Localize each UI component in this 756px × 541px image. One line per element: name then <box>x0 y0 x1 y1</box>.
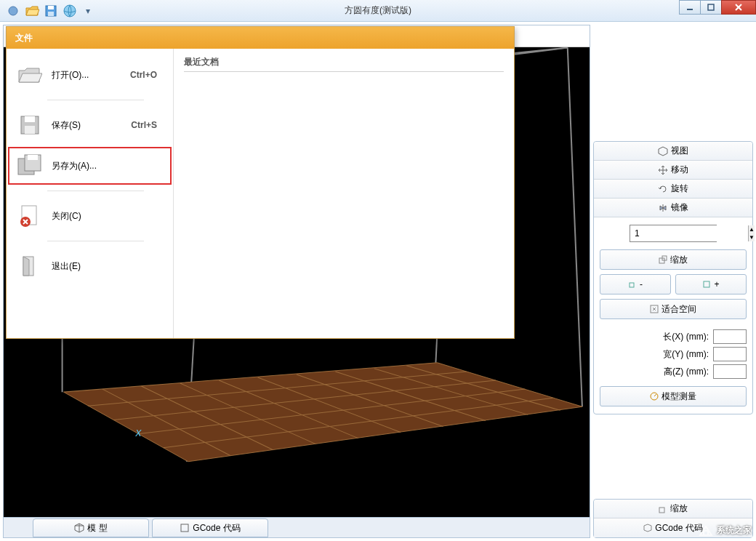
menu-item-close[interactable]: 关闭(C) <box>7 196 173 236</box>
menu-item-save-as[interactable]: 另存为(A)... <box>7 145 173 186</box>
menu-exit-label: 退出(E) <box>52 260 81 273</box>
dim-x-label: 长(X) (mm): <box>663 331 709 343</box>
open-folder-icon[interactable] <box>25 4 39 18</box>
svg-point-0 <box>9 7 17 15</box>
scale-inc-icon <box>702 280 711 289</box>
scale-dec-button[interactable]: - <box>600 274 671 294</box>
tab-model[interactable]: 模 型 <box>33 518 149 537</box>
svg-line-42 <box>654 394 656 396</box>
mirror-icon <box>658 203 668 213</box>
svg-rect-35 <box>181 524 188 532</box>
side-tab-move-label: 移动 <box>671 164 688 176</box>
svg-rect-46 <box>25 126 35 134</box>
maximize-button[interactable] <box>700 0 722 15</box>
side-tab-rotate[interactable]: 旋转 <box>594 180 752 199</box>
save-icon[interactable] <box>44 4 58 18</box>
svg-rect-39 <box>704 281 709 287</box>
spinner-up[interactable]: ▲ <box>749 225 755 233</box>
file-menu-items: 打开(O)...Ctrl+O 保存(S)Ctrl+S 另存为(A)... 关闭(… <box>7 49 174 338</box>
svg-rect-43 <box>659 508 664 513</box>
side-tab-view-label: 视图 <box>671 145 688 157</box>
scale-input[interactable] <box>630 225 748 241</box>
side-bottom-tab-scale[interactable]: 缩放 <box>594 500 752 518</box>
menu-saveas-label: 另存为(A)... <box>52 160 97 172</box>
save-as-icon <box>17 153 43 179</box>
menu-item-save[interactable]: 保存(S)Ctrl+S <box>7 105 173 145</box>
menu-item-open[interactable]: 打开(O)...Ctrl+O <box>7 55 173 95</box>
svg-rect-49 <box>28 155 38 160</box>
menu-save-label: 保存(S) <box>52 119 81 132</box>
window-title: 方圆有度(测试版) <box>345 4 411 17</box>
side-panel: 视图 移动 旋转 镜像 ▲ ▼ <box>593 25 753 538</box>
measure-button-label: 模型测量 <box>662 390 696 403</box>
scale-button[interactable]: 缩放 <box>600 249 747 270</box>
dim-x-input[interactable] <box>713 329 747 344</box>
file-menu: 文件 打开(O)...Ctrl+O 保存(S)Ctrl+S 另存为(A)... … <box>6 26 515 339</box>
cube-icon <box>643 524 652 532</box>
tab-gcode-label: GCode 代码 <box>193 522 240 534</box>
svg-rect-3 <box>48 12 54 16</box>
side-tab-view[interactable]: 视图 <box>594 142 752 161</box>
toolbar-dropdown-icon[interactable]: ▾ <box>83 6 93 16</box>
scale-inc-button[interactable]: + <box>675 274 747 294</box>
dim-y-label: 宽(Y) (mm): <box>663 348 709 361</box>
menu-open-shortcut: Ctrl+O <box>130 70 157 80</box>
menu-save-shortcut: Ctrl+S <box>131 120 157 130</box>
scale-dec-label: - <box>640 279 643 289</box>
move-icon <box>658 165 668 175</box>
dim-z-input[interactable] <box>713 364 747 379</box>
tab-gcode[interactable]: GCode 代码 <box>152 518 268 537</box>
fit-icon <box>650 305 659 313</box>
scale-button-label: 缩放 <box>670 254 688 266</box>
file-menu-title: 文件 <box>7 27 514 49</box>
fit-button[interactable]: 适合空间 <box>600 299 747 319</box>
folder-open-icon <box>17 62 43 88</box>
rotate-icon <box>658 184 668 194</box>
dim-z-label: 高(Z) (mm): <box>664 366 709 378</box>
svg-rect-6 <box>708 4 714 10</box>
menu-item-exit[interactable]: 退出(E) <box>7 246 173 286</box>
scale-icon <box>659 505 667 513</box>
minimize-button[interactable] <box>679 0 701 15</box>
svg-line-12 <box>568 48 582 407</box>
side-tab-move[interactable]: 移动 <box>594 161 752 180</box>
close-button[interactable] <box>721 0 756 15</box>
axis-x-label: X <box>134 428 142 438</box>
recent-docs-header: 最近文档 <box>184 56 504 72</box>
measure-button[interactable]: 模型测量 <box>600 386 747 406</box>
side-tab-mirror-label: 镜像 <box>671 201 688 214</box>
menu-close-label: 关闭(C) <box>52 210 81 223</box>
tab-model-label: 模 型 <box>87 522 107 534</box>
scale-inc-label: + <box>714 279 719 289</box>
svg-rect-2 <box>48 6 54 9</box>
svg-point-4 <box>64 5 76 17</box>
exit-icon <box>17 253 43 279</box>
side-bottom-gcode-label: GCode 代码 <box>655 522 702 534</box>
cube-icon <box>658 146 668 156</box>
scale-spinner[interactable]: ▲ ▼ <box>630 225 717 242</box>
code-icon <box>180 523 190 533</box>
file-menu-recent: 最近文档 <box>174 49 514 338</box>
watermark-text: 系统之家 <box>717 524 752 537</box>
svg-rect-45 <box>25 116 35 122</box>
close-doc-icon <box>17 203 43 229</box>
scale-dec-icon <box>628 280 637 289</box>
cube-icon <box>74 523 84 533</box>
watermark: 系统之家 <box>698 522 752 538</box>
save-icon <box>17 112 43 138</box>
side-tab-rotate-label: 旋转 <box>671 183 688 195</box>
app-icon <box>6 4 20 18</box>
window-titlebar: ▾ 方圆有度(测试版) <box>0 0 756 22</box>
svg-rect-38 <box>630 283 634 287</box>
scale-icon <box>659 255 667 264</box>
measure-icon <box>650 392 659 401</box>
viewport-bottom-tabs: 模 型 GCode 代码 <box>4 517 590 537</box>
fit-button-label: 适合空间 <box>662 303 696 316</box>
globe-icon[interactable] <box>63 4 77 18</box>
side-bottom-scale-label: 缩放 <box>670 502 688 515</box>
side-tab-mirror[interactable]: 镜像 <box>594 199 752 217</box>
spinner-down[interactable]: ▼ <box>749 233 755 241</box>
menu-open-label: 打开(O)... <box>52 69 89 81</box>
dim-y-input[interactable] <box>713 347 747 361</box>
